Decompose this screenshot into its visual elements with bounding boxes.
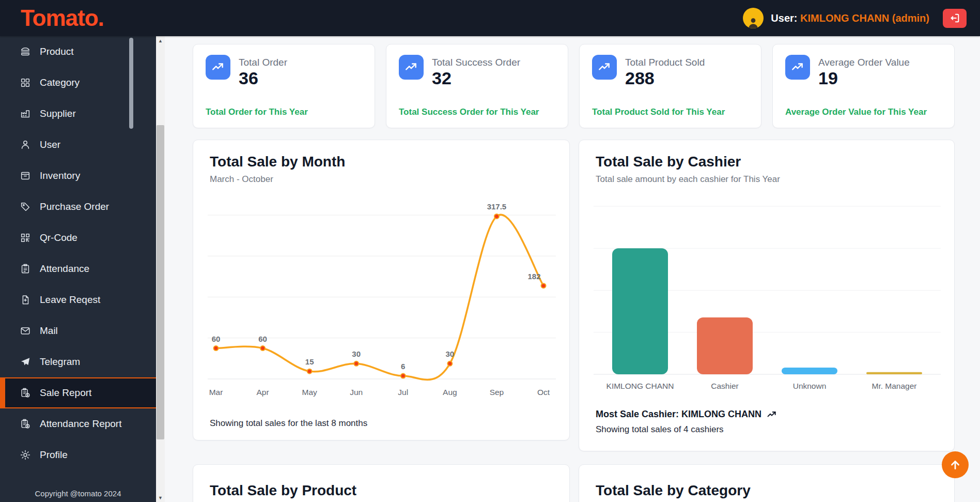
- sidebar-item-label: User: [40, 139, 60, 150]
- stat-card-2: Total Product Sold288Total Product Sold …: [579, 44, 761, 128]
- svg-text:Aug: Aug: [443, 388, 457, 397]
- mail-icon: [20, 325, 31, 337]
- sidebar-item-label: Qr-Code: [40, 232, 77, 244]
- scroll-to-top-button[interactable]: [942, 451, 969, 478]
- total-sale-by-category-card: Total Sale by Category: [579, 464, 955, 502]
- sidebar-item-mail[interactable]: Mail: [0, 315, 156, 346]
- sidebar-item-attendance-report[interactable]: Attendance Report: [0, 408, 156, 439]
- scrollbar-down-arrow-icon[interactable]: ▼: [156, 493, 165, 502]
- svg-text:KIMLONG CHANN: KIMLONG CHANN: [606, 382, 674, 390]
- person-icon: [20, 139, 31, 150]
- clipboard-icon: [20, 263, 31, 275]
- person-photo-icon: [746, 16, 760, 28]
- svg-text:Jul: Jul: [398, 388, 408, 397]
- stat-caption: Total Order for This Year: [206, 107, 308, 117]
- trending-up-icon: [405, 60, 418, 74]
- most-sale-cashier-line: Most Sale Cashier: KIMLONG CHANN: [596, 409, 777, 420]
- sidebar-item-label: Attendance Report: [40, 418, 121, 430]
- sidebar-item-profile[interactable]: Profile: [0, 439, 156, 470]
- line-chart-title: Total Sale by Month: [210, 154, 345, 170]
- logout-button[interactable]: [943, 9, 967, 28]
- line-chart: 60Mar60Apr15May30Jun6Jul30Aug317.5Sep182…: [208, 197, 556, 404]
- sidebar-item-purchase-order[interactable]: Purchase Order: [0, 191, 156, 222]
- scrollbar-up-arrow-icon[interactable]: ▲: [156, 36, 165, 45]
- trending-up-icon: [791, 60, 804, 74]
- doc-plus-icon: [20, 294, 31, 306]
- sidebar-item-user[interactable]: User: [0, 129, 156, 160]
- svg-text:60: 60: [258, 334, 267, 343]
- stat-card-1: Total Success Order32Total Success Order…: [386, 44, 568, 128]
- line-chart-caption: Showing total sales for the last 8 month…: [210, 418, 367, 429]
- sidebar-item-attendance[interactable]: Attendance: [0, 253, 156, 284]
- trending-up-icon: [211, 60, 225, 74]
- app-logo: Tomato.: [21, 5, 104, 31]
- bar-chart-caption: Showing total sales of 4 cashiers: [596, 424, 777, 435]
- stat-card-0: Total Order36Total Order for This Year: [193, 44, 375, 128]
- stat-title: Average Order Value: [818, 57, 910, 68]
- svg-text:317.5: 317.5: [487, 202, 507, 211]
- stats-row: Total Order36Total Order for This YearTo…: [193, 44, 980, 128]
- stat-icon-badge: [206, 55, 230, 80]
- total-sale-by-month-card: Total Sale by Month March - October 60Ma…: [193, 140, 570, 440]
- stat-icon-badge: [592, 55, 617, 80]
- factory-icon: [20, 108, 31, 119]
- grid-icon: [20, 77, 31, 88]
- sidebar-item-label: Telegram: [40, 356, 80, 368]
- trending-up-icon: [767, 409, 777, 420]
- svg-text:Oct: Oct: [537, 388, 550, 397]
- user-avatar[interactable]: [743, 8, 764, 28]
- trending-up-icon: [598, 60, 611, 74]
- svg-text:Mr. Manager: Mr. Manager: [872, 382, 916, 390]
- svg-text:182: 182: [527, 272, 540, 281]
- sidebar-item-label: Purchase Order: [40, 201, 109, 212]
- svg-text:6: 6: [401, 362, 405, 371]
- product-chart-title: Total Sale by Product: [210, 482, 356, 499]
- total-sale-by-cashier-card: Total Sale by Cashier Total sale amount …: [579, 140, 955, 451]
- scrollbar-thumb[interactable]: [157, 125, 164, 439]
- sidebar-item-label: Attendance: [40, 263, 89, 275]
- user-name: KIMLONG CHANN (admin): [800, 12, 929, 24]
- stat-caption: Total Product Sold for This Year: [592, 107, 725, 117]
- stat-title: Total Success Order: [432, 57, 520, 68]
- copyright: Copyright @tomato 2024: [0, 489, 156, 498]
- user-label: User: KIMLONG CHANN (admin): [771, 12, 929, 24]
- stat-icon-badge: [399, 55, 424, 80]
- stat-value: 36: [239, 68, 258, 88]
- sidebar-item-label: Sale Report: [40, 387, 91, 399]
- line-chart-subtitle: March - October: [210, 174, 273, 185]
- stat-title: Total Product Sold: [625, 57, 705, 68]
- stat-caption: Total Success Order for This Year: [399, 107, 539, 117]
- sidebar-item-label: Inventory: [40, 170, 80, 181]
- header-user-area: User: KIMLONG CHANN (admin): [743, 8, 967, 28]
- user-prefix: User:: [771, 12, 797, 24]
- sidebar-item-label: Product: [40, 46, 73, 57]
- stat-icon-badge: [785, 55, 810, 80]
- sidebar-item-leave-reqest[interactable]: Leave Reqest: [0, 284, 156, 315]
- qr-icon: [20, 232, 31, 244]
- sidebar-scrollbar-thumb[interactable]: [129, 38, 133, 129]
- sidebar-item-label: Category: [40, 77, 80, 88]
- svg-text:Mar: Mar: [209, 388, 223, 397]
- sidebar-item-qr-code[interactable]: Qr-Code: [0, 222, 156, 253]
- stat-value: 288: [625, 68, 655, 88]
- bar-chart-subtitle: Total sale amount by each cashier for Th…: [596, 174, 780, 185]
- sidebar-item-telegram[interactable]: Telegram: [0, 346, 156, 377]
- page-scrollbar[interactable]: ▲ ▼: [156, 36, 165, 502]
- svg-text:Sep: Sep: [490, 388, 504, 397]
- sidebar-item-label: Supplier: [40, 108, 76, 119]
- stat-value: 32: [432, 68, 452, 88]
- category-chart-title: Total Sale by Category: [596, 482, 751, 499]
- sidebar-item-label: Leave Reqest: [40, 294, 100, 306]
- stat-title: Total Order: [239, 57, 287, 68]
- box-icon: [20, 170, 31, 181]
- stat-value: 19: [818, 68, 838, 88]
- burger-icon: [20, 46, 31, 57]
- svg-text:Cashier: Cashier: [711, 382, 738, 390]
- tag-icon: [20, 201, 31, 212]
- logout-icon: [949, 12, 960, 24]
- sidebar-item-sale-report[interactable]: Sale Report: [0, 377, 156, 408]
- sidebar-item-inventory[interactable]: Inventory: [0, 160, 156, 191]
- svg-text:30: 30: [352, 349, 361, 358]
- gear-icon: [20, 449, 31, 461]
- sidebar-item-label: Mail: [40, 325, 58, 337]
